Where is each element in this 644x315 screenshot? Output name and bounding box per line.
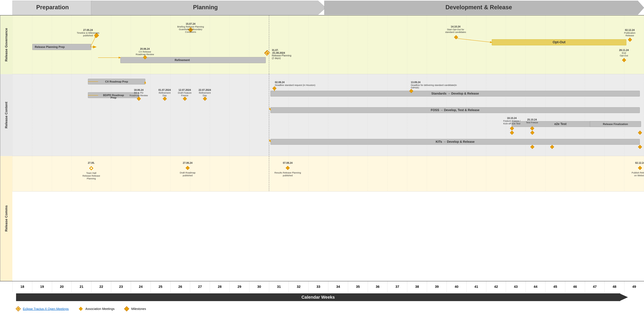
svg-text:13.09.24: 13.09.24 [411, 81, 420, 84]
svg-text:GitHub):: GitHub): [411, 86, 420, 89]
week-42: 42 [486, 281, 506, 292]
svg-text:CX Release: CX Release [139, 50, 151, 53]
legend-open-meetings: Eclipse Tractus-X Open Meetings [16, 306, 69, 312]
svg-text:Deadline standard request (in : Deadline standard request (in Houston) [275, 84, 315, 86]
association-meetings-label: Association Meetings [86, 307, 114, 311]
svg-text:Release Finalization: Release Finalization [603, 123, 628, 126]
week-49: 49 [624, 281, 644, 292]
svg-text:Deadline for delivering standa: Deadline for delivering standard candida… [411, 84, 457, 86]
open-meetings-link[interactable]: Eclipse Tractus-X Open Meetings [23, 307, 69, 311]
open-meetings-icon [16, 306, 21, 312]
svg-text:Roadmap Review: Roadmap Review [130, 94, 148, 97]
week-26: 26 [170, 281, 190, 292]
calendar-weeks-label-row: Calendar Weeks [0, 292, 644, 303]
svg-text:18.06.24: 18.06.24 [134, 89, 144, 91]
governance-label: Release Governance [0, 16, 12, 74]
svg-text:Start Opt-Out for: Start Opt-Out for [447, 28, 464, 31]
svg-text:published: published [283, 174, 293, 177]
calendar-weeks-arrow-body: Calendar Weeks [16, 293, 620, 301]
main-section: Release Governance Release Content Relea… [0, 16, 644, 281]
svg-text:27.06.24: 27.06.24 [183, 162, 192, 164]
svg-text:Standards → Develop & Release: Standards → Develop & Release [431, 92, 479, 95]
week-33: 33 [308, 281, 328, 292]
svg-text:Prep: Prep [110, 96, 116, 99]
week-38: 38 [407, 281, 427, 292]
svg-text:standard candidates: standard candidates [445, 31, 466, 33]
calendar-weeks-arrowhead [620, 293, 628, 301]
week-36: 36 [368, 281, 388, 292]
svg-text:15.07.24: 15.07.24 [186, 22, 195, 25]
governance-row: Release Planning Prep 27.05.24 Timeline … [12, 16, 644, 74]
phase-planning-label: Planning [193, 4, 218, 10]
svg-text:Opt-Out: Opt-Out [552, 40, 566, 44]
week-47: 47 [585, 281, 604, 292]
legend-association-meetings: Association Meetings [78, 306, 114, 312]
svg-text:28.11.24: 28.11.24 [619, 49, 629, 52]
svg-text:Refinement: Refinement [159, 92, 171, 94]
svg-text:BD & PD: BD & PD [134, 92, 143, 94]
svg-text:27.05.: 27.05. [88, 162, 95, 164]
svg-text:Draft Feature: Draft Feature [178, 92, 192, 94]
svg-text:e2e Test: e2e Test [554, 122, 567, 126]
svg-text:Town Hall: Town Hall [86, 172, 96, 174]
milestones-icon [124, 306, 130, 312]
svg-text:22.07.2024: 22.07.2024 [198, 89, 211, 91]
svg-text:07.08.24: 07.08.24 [283, 162, 292, 164]
svg-text:Day: Day [162, 94, 167, 97]
svg-text:Release Planning Prep: Release Planning Prep [35, 46, 65, 48]
svg-text:published: published [83, 34, 93, 37]
svg-text:01.07.2024: 01.07.2024 [158, 89, 171, 91]
svg-text:(2 days): (2 days) [272, 57, 281, 60]
phase-preparation-label: Preparation [36, 4, 69, 10]
svg-text:Guardrails & Boundary: Guardrails & Boundary [179, 28, 202, 30]
week-48: 48 [604, 281, 624, 292]
legend-row: Eclipse Tractus-X Open Meetings Associat… [0, 303, 644, 315]
svg-text:Results Release Planning: Results Release Planning [274, 171, 301, 174]
week-numbers-row: 18 19 20 21 22 23 24 25 26 27 28 29 30 3… [12, 281, 644, 292]
week-28: 28 [210, 281, 230, 292]
legend-milestones: Milestones [124, 306, 146, 312]
svg-text:14.10.24: 14.10.24 [451, 25, 460, 28]
week-32: 32 [289, 281, 308, 292]
week-44: 44 [526, 281, 545, 292]
week-35: 35 [348, 281, 368, 292]
week-19: 19 [32, 281, 52, 292]
svg-rect-13 [120, 57, 266, 63]
comms-row: 27.05. Town Hall Release Release Plannin… [12, 156, 644, 192]
svg-text:Kick-off e2e Test: Kick-off e2e Test [503, 122, 520, 125]
svg-text:Opt-Out: Opt-Out [620, 54, 628, 57]
gantt-container: Preparation Planning Development & Relea… [0, 0, 644, 315]
milestones-label: Milestones [131, 307, 146, 311]
svg-text:Test Freeze: Test Freeze [526, 121, 538, 124]
svg-text:02.08.24: 02.08.24 [275, 81, 284, 84]
association-meetings-icon [78, 306, 84, 312]
svg-text:Release-Planning: Release-Planning [272, 54, 291, 57]
week-24: 24 [131, 281, 150, 292]
week-39: 39 [427, 281, 447, 292]
svg-rect-132 [124, 306, 129, 311]
week-43: 43 [506, 281, 526, 292]
svg-text:-01.08.2024: -01.08.2024 [272, 52, 285, 54]
week-22: 22 [91, 281, 111, 292]
svg-text:20.06.24: 20.06.24 [140, 48, 150, 50]
svg-text:Freeze: Freeze [181, 94, 188, 97]
svg-text:published: published [183, 174, 192, 177]
svg-text:End: End [622, 52, 626, 54]
calendar-weeks-arrow-container: Calendar Weeks [16, 293, 628, 301]
phase-header: Preparation Planning Development & Relea… [0, 0, 644, 16]
comms-label: Release Comms [0, 156, 12, 281]
svg-text:Briefing Release Planning: Briefing Release Planning [177, 25, 204, 28]
week-41: 41 [466, 281, 486, 292]
svg-text:Refinement: Refinement [175, 58, 190, 62]
svg-text:25.10.24: 25.10.24 [527, 118, 537, 121]
week-40: 40 [447, 281, 466, 292]
svg-text:Release Release: Release Release [82, 174, 100, 177]
week-27: 27 [190, 281, 210, 292]
svg-text:CX Roadmap Prep: CX Roadmap Prep [105, 80, 128, 83]
week-45: 45 [545, 281, 565, 292]
svg-text:Feature Freeze /: Feature Freeze / [503, 120, 520, 122]
svg-text:Refinement: Refinement [199, 92, 211, 94]
svg-text:02.12.24: 02.12.24 [635, 162, 644, 164]
svg-text:on Website: on Website [634, 174, 644, 177]
week-21: 21 [72, 281, 91, 292]
